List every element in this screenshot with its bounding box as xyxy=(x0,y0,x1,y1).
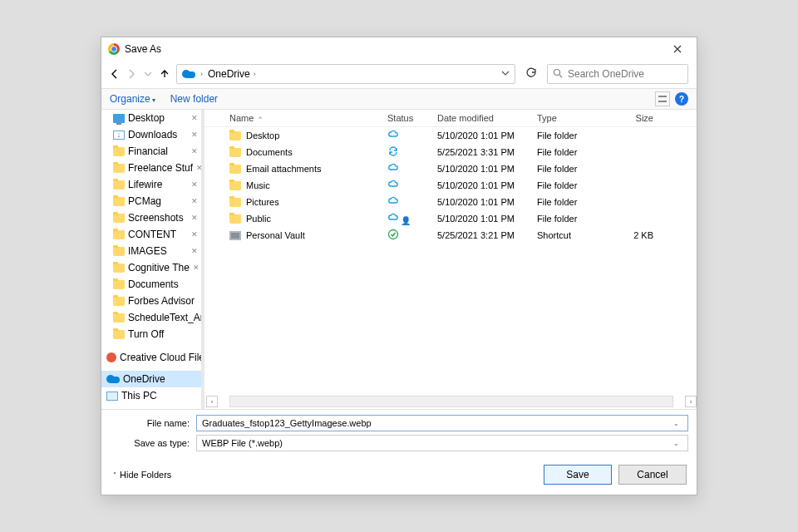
file-name: Music xyxy=(246,180,270,190)
hide-folders-toggle[interactable]: ˄ Hide Folders xyxy=(113,470,171,480)
pin-icon: ✕ xyxy=(196,164,201,172)
help-button[interactable]: ? xyxy=(675,92,688,106)
filename-label: File name: xyxy=(110,418,196,428)
nav-tree[interactable]: Desktop✕Downloads✕Financial✕Freelance St… xyxy=(101,110,201,409)
saveastype-label: Save as type: xyxy=(110,438,196,448)
up-button[interactable] xyxy=(160,69,170,79)
folder-icon xyxy=(113,180,125,190)
tree-root-item[interactable]: OneDrive xyxy=(101,371,201,387)
view-options-button[interactable] xyxy=(655,91,670,106)
save-fields: File name: Graduates_fstop123_GettyImage… xyxy=(101,409,697,456)
saveastype-dropdown[interactable]: ⌄ xyxy=(669,440,682,447)
file-row[interactable]: Desktop5/10/2020 1:01 PMFile folder xyxy=(204,127,697,144)
tree-item[interactable]: Lifewire✕ xyxy=(101,176,201,193)
scroll-track[interactable] xyxy=(229,396,673,407)
col-date[interactable]: Date modified xyxy=(437,113,537,123)
arrow-right-icon xyxy=(126,69,136,79)
pin-icon: ✕ xyxy=(191,180,198,189)
breadcrumb[interactable]: OneDrive › xyxy=(208,68,256,80)
chevron-down-icon xyxy=(143,69,153,79)
save-button[interactable]: Save xyxy=(544,465,612,485)
folder-icon xyxy=(113,313,125,323)
tree-root-item[interactable]: Creative Cloud File xyxy=(101,349,201,366)
col-status[interactable]: Status xyxy=(387,113,437,123)
file-row[interactable]: Music5/10/2020 1:01 PMFile folder xyxy=(204,177,697,194)
tree-root-item[interactable]: This PC xyxy=(101,387,201,404)
dialog-title: Save As xyxy=(125,43,161,55)
folder-icon xyxy=(113,330,125,339)
search-icon xyxy=(553,68,563,81)
new-folder-button[interactable]: New folder xyxy=(170,93,218,105)
col-type[interactable]: Type xyxy=(537,113,612,123)
close-button[interactable] xyxy=(662,38,693,60)
tree-item-label: IMAGES xyxy=(128,245,167,257)
file-date: 5/10/2020 1:01 PM xyxy=(437,180,537,190)
file-name: Pictures xyxy=(246,197,279,207)
file-name: Desktop xyxy=(246,131,279,140)
pin-icon: ✕ xyxy=(191,131,198,139)
file-row[interactable]: Personal Vault5/25/2021 3:21 PMShortcut2… xyxy=(204,227,697,244)
file-date: 5/10/2020 1:01 PM xyxy=(437,197,537,207)
dialog-body: Desktop✕Downloads✕Financial✕Freelance St… xyxy=(101,110,697,409)
col-size[interactable]: Size xyxy=(612,113,662,123)
tree-item[interactable]: Documents xyxy=(101,276,201,293)
folder-icon xyxy=(229,214,241,224)
refresh-button[interactable] xyxy=(522,67,540,81)
check-icon xyxy=(387,232,399,242)
search-placeholder: Search OneDrive xyxy=(568,68,644,80)
titlebar: Save As xyxy=(101,37,697,61)
tree-item[interactable]: Turn Off xyxy=(101,326,201,342)
file-type: File folder xyxy=(537,197,612,207)
onedrive-icon xyxy=(106,375,120,383)
breadcrumb-sep: › xyxy=(200,70,203,78)
file-status xyxy=(387,145,437,159)
nav-bar: › OneDrive › Search OneDrive xyxy=(101,61,697,88)
tree-item[interactable]: IMAGES✕ xyxy=(101,243,201,259)
file-row[interactable]: Public👤5/10/2020 1:01 PMFile folder xyxy=(204,210,697,227)
file-row[interactable]: Documents5/25/2021 3:31 PMFile folder xyxy=(204,144,697,160)
sync-icon xyxy=(387,149,399,159)
tree-item[interactable]: CONTENT✕ xyxy=(101,226,201,243)
hscrollbar[interactable]: ‹ › xyxy=(204,394,697,409)
tree-item[interactable]: Downloads✕ xyxy=(101,126,201,143)
tree-item[interactable]: ScheduleText_An xyxy=(101,309,201,326)
recent-locations-button[interactable] xyxy=(143,69,153,79)
filename-dropdown[interactable]: ⌄ xyxy=(669,420,682,427)
tree-item[interactable]: PCMag✕ xyxy=(101,193,201,209)
chevron-down-icon xyxy=(501,69,510,77)
file-name: Email attachments xyxy=(246,164,321,174)
folder-icon xyxy=(229,148,241,157)
refresh-icon xyxy=(525,67,537,79)
tree-item[interactable]: Financial✕ xyxy=(101,143,201,160)
forward-button[interactable] xyxy=(126,69,136,79)
scroll-right-button[interactable]: › xyxy=(685,396,697,407)
tree-item[interactable]: Freelance Stuf✕ xyxy=(101,160,201,176)
search-input[interactable]: Search OneDrive xyxy=(547,64,688,84)
address-dropdown[interactable] xyxy=(501,68,510,80)
tree-item-label: Creative Cloud File xyxy=(120,352,201,363)
file-row[interactable]: Pictures5/10/2020 1:01 PMFile folder xyxy=(204,194,697,210)
scroll-left-button[interactable]: ‹ xyxy=(206,396,218,407)
saveastype-select[interactable]: WEBP File (*.webp) ⌄ xyxy=(196,435,688,451)
tree-item[interactable]: Cognitive The✕ xyxy=(101,259,201,276)
back-button[interactable] xyxy=(110,69,120,79)
address-bar[interactable]: › OneDrive › xyxy=(176,64,515,84)
tree-item-label: Lifewire xyxy=(128,179,162,190)
column-headers[interactable]: Name^ Status Date modified Type Size xyxy=(204,110,697,127)
tree-item[interactable]: Forbes Advisor xyxy=(101,293,201,309)
tree-item-label: This PC xyxy=(121,390,157,401)
cancel-button[interactable]: Cancel xyxy=(618,465,687,485)
cloud-icon xyxy=(387,165,399,175)
tree-item-label: CONTENT xyxy=(128,229,176,240)
arrow-up-icon xyxy=(160,69,170,79)
file-list[interactable]: Desktop5/10/2020 1:01 PMFile folderDocum… xyxy=(204,127,697,394)
tree-item[interactable]: Screenshots✕ xyxy=(101,209,201,226)
filename-input[interactable]: Graduates_fstop123_GettyImagese.webp ⌄ xyxy=(196,415,688,431)
organize-menu[interactable]: Organize▾ xyxy=(110,93,155,105)
file-type: File folder xyxy=(537,214,612,224)
folder-icon xyxy=(113,164,125,173)
col-name: Name^ xyxy=(229,113,387,123)
this-pc-icon xyxy=(106,392,118,401)
file-row[interactable]: Email attachments5/10/2020 1:01 PMFile f… xyxy=(204,160,697,177)
tree-item[interactable]: Desktop✕ xyxy=(101,110,201,126)
